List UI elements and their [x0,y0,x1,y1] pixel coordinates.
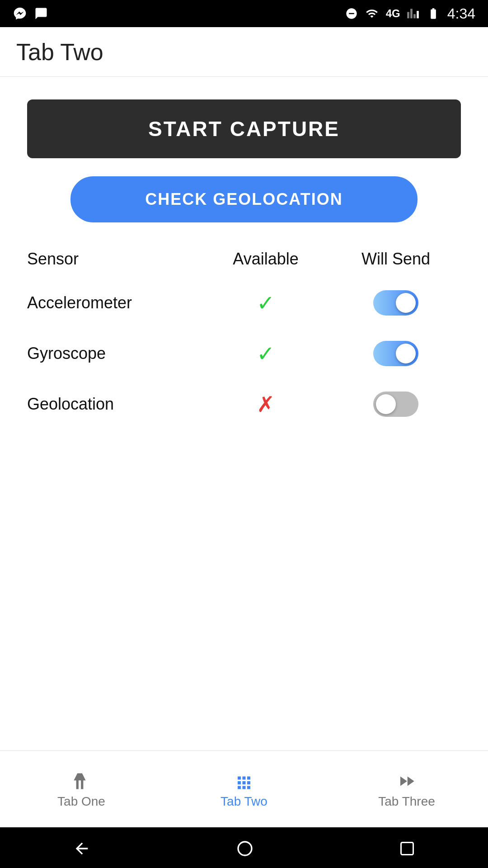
toggle-knob-accelerometer [396,293,416,313]
check-geolocation-button[interactable]: CHECK GEOLOCATION [70,176,418,222]
header-available: Available [201,250,331,269]
tab-three-icon [397,769,416,790]
toggle-knob-geolocation [376,394,396,414]
recents-button[interactable] [399,838,415,857]
sensor-toggle-cell-gyroscope [331,341,461,366]
tab-two-nav[interactable]: Tab Two [163,769,325,808]
sensor-row-gyroscope: Gyroscope ✓ [27,328,461,379]
sensor-toggle-cell-geolocation [331,392,461,417]
system-nav [0,827,488,868]
sensor-row-accelerometer: Accelerometer ✓ [27,278,461,328]
toggle-geolocation[interactable] [373,392,418,417]
sensor-row-geolocation: Geolocation ✗ [27,379,461,429]
header-will-send: Will Send [331,250,461,269]
nfc-icon [34,7,48,20]
sensor-name-gyroscope: Gyroscope [27,344,201,363]
messenger-icon [13,6,27,21]
status-bar-right: 4G 4:34 [345,5,475,22]
wifi-icon [364,7,380,20]
svg-point-0 [238,842,252,855]
header-sensor: Sensor [27,250,201,269]
sensor-name-geolocation: Geolocation [27,395,201,414]
toggle-knob-gyroscope [396,344,416,363]
toggle-gyroscope[interactable] [373,341,418,366]
toggle-accelerometer[interactable] [373,290,418,316]
tab-one-label: Tab One [57,794,105,809]
tab-three-nav[interactable]: Tab Three [325,769,488,808]
back-button[interactable] [73,838,91,857]
dnd-icon [345,7,358,20]
tab-one-icon [72,769,91,790]
sensor-toggle-cell-accelerometer [331,290,461,316]
sensor-name-accelerometer: Accelerometer [27,293,201,312]
sensor-table: Sensor Available Will Send Accelerometer… [27,245,461,429]
bottom-nav: Tab One Tab Two Tab Three [0,750,488,827]
home-button[interactable] [236,838,254,857]
svg-rect-1 [401,843,413,855]
sensor-available-geolocation: ✗ [201,392,331,417]
sensor-available-accelerometer: ✓ [201,290,331,316]
app-bar: Tab Two [0,27,488,77]
battery-icon [426,7,441,20]
status-bar: 4G 4:34 [0,0,488,27]
main-content: START CAPTURE CHECK GEOLOCATION Sensor A… [0,77,488,750]
tab-one-nav[interactable]: Tab One [0,769,163,808]
page-title: Tab Two [16,38,103,66]
status-bar-left [13,6,48,21]
tab-three-label: Tab Three [378,794,435,809]
tab-two-icon [235,769,253,790]
tab-two-label: Tab Two [221,794,267,809]
sensor-table-header: Sensor Available Will Send [27,245,461,278]
status-time: 4:34 [447,5,475,22]
sensor-available-gyroscope: ✓ [201,341,331,366]
signal-4g-icon: 4G [386,7,400,20]
start-capture-button[interactable]: START CAPTURE [27,99,461,158]
signal-bars-icon [407,7,419,20]
